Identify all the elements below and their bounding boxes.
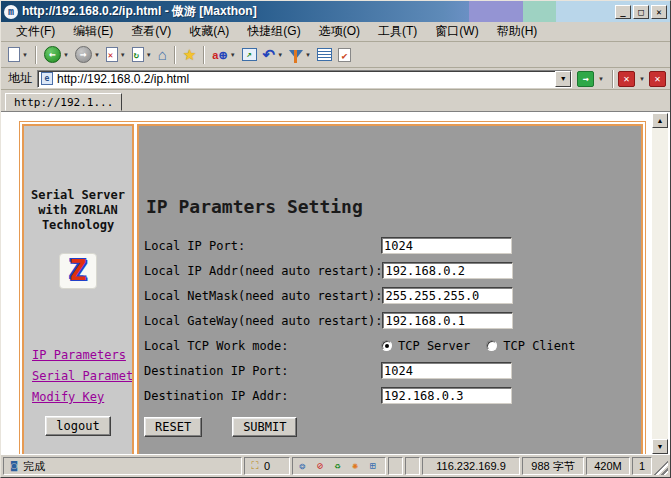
tab-count: 1: [639, 460, 645, 472]
filter-dropdown[interactable]: ▼: [305, 52, 311, 58]
toolbar-separator: [174, 46, 176, 64]
close-all-button[interactable]: ✕: [649, 71, 666, 87]
resize-grip[interactable]: [654, 457, 668, 475]
menu-favorites[interactable]: 收藏(A): [180, 21, 238, 42]
popup-window-button[interactable]: ↗: [240, 46, 259, 63]
reset-button[interactable]: RESET: [144, 417, 202, 437]
form-list-button[interactable]: [315, 46, 334, 63]
external-window-icon[interactable]: ⊞: [367, 460, 378, 472]
filter-button[interactable]: ▼: [287, 48, 313, 61]
field-row-tcp-work-mode: Local TCP Work mode: TCP Server TCP Clie…: [144, 333, 641, 358]
tab-active[interactable]: http://192.1...: [5, 93, 122, 111]
bytes-panel: 988 字节: [522, 457, 584, 475]
status-empty-panel-2: [405, 457, 420, 475]
status-text: 完成: [23, 459, 45, 474]
new-page-button[interactable]: ▼: [6, 45, 30, 64]
close-tab-button[interactable]: ✕: [618, 71, 635, 87]
go-button[interactable]: →: [577, 71, 594, 87]
local-netmask-input[interactable]: [382, 287, 513, 304]
proxy-globe-icon[interactable]: ❂: [297, 460, 308, 472]
tab-count-panel: 1: [632, 457, 652, 475]
home-icon: ⌂: [158, 47, 167, 62]
destination-ip-port-input[interactable]: [381, 362, 512, 379]
local-gateway-input[interactable]: [382, 312, 513, 329]
new-page-icon: [8, 47, 20, 62]
scroll-up-button[interactable]: ▲: [652, 113, 668, 128]
toolbar-separator: [612, 70, 614, 88]
scroll-down-button[interactable]: ▼: [652, 439, 668, 454]
local-ip-addr-input[interactable]: [382, 262, 513, 279]
stop-button[interactable]: ✕▼: [104, 45, 128, 64]
groups-button[interactable]: a⊕▼: [210, 46, 237, 64]
field-label: Local IP Addr(need auto restart):: [144, 264, 382, 278]
close-tab-dropdown[interactable]: ▼: [639, 76, 645, 82]
menu-edit[interactable]: 编辑(E): [64, 21, 122, 42]
form-list-icon: [317, 48, 332, 61]
menu-tools[interactable]: 工具(T): [369, 21, 426, 42]
back-dropdown[interactable]: ▼: [63, 52, 69, 58]
menu-groups[interactable]: 快捷组(G): [238, 21, 309, 42]
auto-refresh-icon[interactable]: ♻: [332, 460, 343, 472]
filter-icon: [289, 50, 303, 59]
go-dropdown[interactable]: ▼: [598, 76, 604, 82]
minimize-button[interactable]: _: [615, 5, 631, 19]
logout-button[interactable]: logout: [45, 416, 110, 436]
flash-filter-icon[interactable]: ✺: [350, 460, 361, 472]
page-title: IP Paramters Setting: [146, 196, 641, 217]
address-dropdown[interactable]: ▼: [555, 71, 571, 87]
toolbar: ▼ ←▼ →▼ ✕▼ ↻▼ ⌂ ★ a⊕▼ ↗ ↶▼ ▼ ✔: [1, 42, 670, 68]
sidebar-title: Serial Server with ZORLAN Technology: [24, 188, 132, 233]
toolbar-separator: [35, 46, 37, 64]
menu-window[interactable]: 窗口(W): [426, 21, 487, 42]
local-ip-port-input[interactable]: [381, 237, 512, 254]
tcp-client-radio[interactable]: [486, 340, 497, 351]
popup-blocker-panel[interactable]: ⛶ 0: [244, 457, 290, 475]
forward-icon: →: [75, 46, 92, 63]
link-serial-parameters[interactable]: Serial Parameters: [32, 366, 132, 387]
status-empty-panel-1: [388, 457, 403, 475]
menu-help[interactable]: 帮助(H): [488, 21, 547, 42]
back-button[interactable]: ←▼: [42, 44, 71, 65]
link-ip-parameters[interactable]: IP Parameters: [32, 345, 132, 366]
toolbar-separator: [203, 46, 205, 64]
field-row-local-ip-addr: Local IP Addr(need auto restart):: [144, 258, 641, 283]
groups-icon: a⊕: [212, 48, 227, 62]
field-label: Local IP Port:: [144, 239, 381, 253]
sidebar-frame: Serial Server with ZORLAN Technology Z I…: [22, 124, 134, 454]
destination-ip-addr-input[interactable]: [381, 387, 512, 404]
link-modify-key[interactable]: Modify Key: [32, 387, 132, 408]
stop-dropdown[interactable]: ▼: [120, 52, 126, 58]
menu-view[interactable]: 查看(V): [122, 21, 180, 42]
notes-button[interactable]: ✔: [336, 46, 353, 64]
address-input[interactable]: [57, 72, 555, 86]
undo-dropdown[interactable]: ▼: [277, 52, 283, 58]
tcp-mode-radio-group: TCP Server TCP Client: [381, 339, 586, 353]
address-combo: e ▼: [37, 70, 572, 88]
block-folder-icon[interactable]: ⊘: [315, 460, 326, 472]
close-button[interactable]: ✕: [651, 5, 667, 19]
new-page-dropdown[interactable]: ▼: [22, 52, 28, 58]
menu-file[interactable]: 文件(F): [7, 21, 64, 42]
tab-label: http://192.1...: [14, 96, 113, 109]
refresh-dropdown[interactable]: ▼: [146, 52, 152, 58]
menu-options[interactable]: 选项(O): [310, 21, 369, 42]
field-label: Local GateWay(need auto restart):: [144, 314, 382, 328]
field-row-local-netmask: Local NetMask(need auto restart):: [144, 283, 641, 308]
tcp-server-radio[interactable]: [381, 340, 392, 351]
home-button[interactable]: ⌂: [156, 45, 169, 64]
address-label: 地址: [8, 70, 32, 87]
groups-dropdown[interactable]: ▼: [230, 52, 236, 58]
external-ip-panel: 116.232.169.9: [422, 457, 520, 475]
field-row-dest-ip-addr: Destination IP Addr:: [144, 383, 641, 408]
vertical-scrollbar[interactable]: ▲ ▼: [652, 113, 668, 454]
memory-value: 420M: [594, 460, 622, 472]
forward-button[interactable]: →▼: [73, 44, 102, 65]
refresh-button[interactable]: ↻▼: [130, 45, 154, 64]
forward-dropdown[interactable]: ▼: [94, 52, 100, 58]
maximize-button[interactable]: □: [633, 5, 649, 19]
notes-icon: ✔: [338, 48, 351, 62]
tcp-client-label: TCP Client: [503, 339, 575, 353]
undo-button[interactable]: ↶▼: [261, 45, 286, 64]
submit-button[interactable]: SUBMIT: [232, 417, 297, 437]
favorites-button[interactable]: ★: [181, 45, 198, 64]
